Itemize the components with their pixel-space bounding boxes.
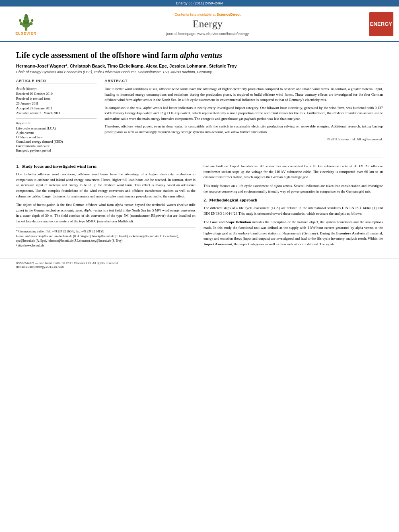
keyword-5: Environmental indicator (16, 144, 97, 148)
section1-p2: The object of investigation is the first… (16, 202, 195, 224)
section2-title: 2. Methodological approach (204, 197, 383, 202)
body-content: 1. Study focus and investigated wind far… (16, 164, 383, 251)
keyword-3: Offshore wind farm (16, 135, 97, 139)
abstract-p3: Therefore, offshore wind power, even in … (105, 124, 383, 135)
page: Energy 36 (2011) 2459–2464 (0, 0, 399, 532)
affiliation: Chair of Energy Systems and Economics (L… (16, 70, 383, 74)
article-info-col: ARTICLE INFO Article history: Received 1… (16, 79, 97, 153)
footnote-email: E-mail addresses: lee@lee.rub.uni-bochum… (16, 234, 195, 243)
article-info-header: ARTICLE INFO (16, 79, 97, 84)
bottom-doi: doi:10.1016/j.energy.2011.01.036 (16, 265, 383, 269)
history-label: Article history: (16, 86, 97, 90)
revised-date: 20 January 2011 (16, 101, 97, 105)
article-content: Life cycle assessment of the offshore wi… (0, 42, 399, 259)
abstract-col: ABSTRACT Due to better wind conditions a… (105, 79, 383, 153)
journal-logo-right: ENERGY (363, 7, 399, 41)
copyright: © 2011 Elsevier Ltd. All rights reserved… (105, 137, 383, 141)
svg-point-4 (25, 14, 28, 18)
footnote-1: ¹ http://www.lee.rub.de (16, 244, 195, 248)
svg-point-6 (29, 22, 33, 25)
bottom-bar: 0360-5442/$ — see front matter © 2011 El… (0, 259, 399, 271)
revised-label: Received in revised form (16, 97, 97, 101)
section1-title: 1. Study focus and investigated wind far… (16, 164, 195, 168)
online-date: Available online 21 March 2011 (16, 111, 97, 115)
received-date: Received 19 October 2010 (16, 92, 97, 96)
accepted-date: Accepted 23 January 2011 (16, 106, 97, 110)
journal-title: Energy (193, 18, 223, 30)
keywords-section: Keywords: Life cycle assessment (LCA) Al… (16, 118, 97, 152)
elsevier-text: ELSEVIER (15, 31, 37, 35)
svg-point-7 (19, 19, 21, 22)
keywords-label: Keywords: (16, 121, 97, 125)
section1-right-p1: that are built on Tripod foundations. Al… (204, 164, 383, 180)
body-left-col: 1. Study focus and investigated wind far… (16, 164, 195, 251)
sciencedirect-link: Contents lists available at ScienceDirec… (175, 12, 241, 16)
journal-homepage: journal homepage: www.elsevier.com/locat… (166, 32, 249, 36)
sciencedirect-name: ScienceDirect (217, 12, 241, 16)
section2-p1: The different steps of a life cycle asse… (204, 205, 383, 216)
journal-citation: Energy 36 (2011) 2459–2464 (176, 1, 223, 5)
authors: Hermann-Josef Wagner*, Christoph Baack, … (16, 64, 383, 68)
abstract-p2: In comparison to the mix, alpha ventus h… (105, 105, 383, 122)
elsevier-logo: ELSEVIER (14, 12, 38, 35)
elsevier-logo-area: ELSEVIER (0, 7, 52, 41)
section1-p1: Due to better offshore wind conditions, … (16, 172, 195, 199)
footnote-star: * Corresponding author. Tel.: +49 234 32… (16, 230, 195, 234)
section1-right-p2: This study focuses on a life cycle asses… (204, 183, 383, 194)
bottom-issn: 0360-5442/$ — see front matter © 2011 El… (16, 261, 383, 265)
article-info-abstract: ARTICLE INFO Article history: Received 1… (16, 79, 383, 153)
keyword-4: Cumulated energy demand (CED) (16, 140, 97, 144)
article-title: Life cycle assessment of the offshore wi… (16, 50, 383, 60)
svg-point-8 (31, 19, 33, 22)
energy-badge: ENERGY (369, 12, 393, 36)
abstract-header: ABSTRACT (105, 79, 383, 84)
section2-p2: The Goal and Scope Definition includes t… (204, 220, 383, 247)
footnotes: * Corresponding author. Tel.: +49 234 32… (16, 228, 195, 248)
keyword-1: Life cycle assessment (LCA) (16, 126, 97, 130)
journal-center: Contents lists available at ScienceDirec… (52, 7, 363, 41)
keyword-6: Energetic payback period (16, 148, 97, 152)
svg-point-5 (20, 22, 23, 25)
section-divider (16, 158, 383, 158)
journal-citation-bar: Energy 36 (2011) 2459–2464 (0, 0, 399, 6)
abstract-p1: Due to better wind conditions at sea, of… (105, 86, 383, 103)
keyword-2: Alpha ventus (16, 131, 97, 135)
elsevier-tree-icon (14, 12, 38, 31)
body-right-col: that are built on Tripod foundations. Al… (204, 164, 383, 251)
journal-header: ELSEVIER Contents lists available at Sci… (0, 6, 399, 42)
